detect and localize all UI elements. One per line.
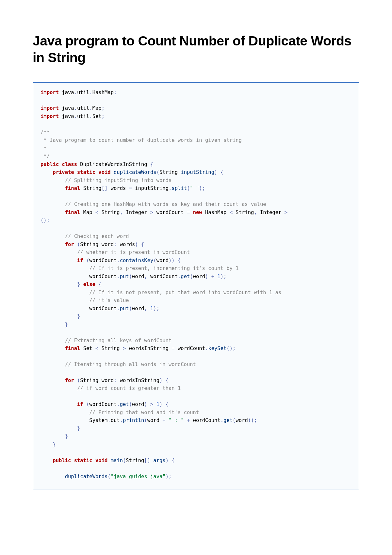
- code-token: word: [193, 274, 205, 279]
- code-token: wordCount: [190, 417, 220, 423]
- code-token: static: [74, 169, 95, 175]
- code-token: final: [41, 185, 80, 191]
- code-token: Integer: [123, 210, 150, 215]
- code-token: wordCount: [89, 258, 117, 263]
- code-token: (: [74, 378, 80, 383]
- code-token: ,: [120, 210, 123, 215]
- code-comment: * Java program to count number of duplic…: [41, 137, 242, 143]
- code-token: DuplicateWordsInString: [77, 161, 150, 167]
- code-token: words: [117, 242, 135, 247]
- code-token: }: [41, 322, 68, 328]
- code-token: (: [190, 274, 193, 279]
- code-comment: // Printing that word and it's count: [41, 410, 199, 415]
- code-comment: *: [41, 145, 47, 151]
- code-token: util: [77, 90, 89, 95]
- code-token: ;: [102, 113, 105, 119]
- code-token: wordCount: [41, 306, 117, 311]
- code-token: (: [129, 274, 132, 279]
- code-token: }: [41, 281, 83, 287]
- code-token: word: [132, 401, 144, 407]
- code-token: [147, 306, 150, 311]
- code-comment: // if word count is greater than 1: [41, 385, 181, 391]
- code-comment: // Splitting inputString into words: [41, 177, 172, 183]
- code-token: HashMap: [92, 90, 114, 95]
- code-token: {: [95, 281, 102, 287]
- code-token: wordCount: [89, 401, 117, 407]
- code-token: >: [285, 210, 287, 215]
- code-token: .: [89, 90, 92, 95]
- code-comment: // whether it is present in wordCount: [41, 249, 190, 255]
- code-token: util: [77, 113, 89, 119]
- code-token: String: [126, 458, 144, 463]
- code-token: String word: [80, 242, 114, 247]
- code-token: Map: [80, 210, 95, 215]
- code-comment: // Extracting all keys of wordCount: [41, 338, 172, 344]
- code-token: [166, 417, 169, 423]
- code-token: wordsInString: [117, 378, 159, 383]
- code-token: (: [233, 417, 236, 423]
- code-token: .: [107, 417, 110, 423]
- code-token: Set: [92, 113, 102, 119]
- code-token: get: [181, 274, 190, 279]
- code-token: wordCount: [153, 210, 187, 215]
- code-token: ));: [248, 417, 257, 423]
- code-token: }: [41, 313, 80, 319]
- code-comment: // If it is not present, put that word i…: [41, 290, 281, 295]
- code-token: keySet: [208, 345, 226, 351]
- code-token: .: [89, 105, 92, 111]
- code-token: {: [150, 161, 153, 167]
- code-token: " : ": [169, 417, 184, 423]
- code-token: >: [150, 401, 153, 407]
- code-token: .: [169, 185, 172, 191]
- code-token: java: [59, 113, 74, 119]
- code-token: ) {: [166, 458, 175, 463]
- code-token: Set: [80, 345, 95, 351]
- code-token: import: [41, 105, 59, 111]
- code-token: }: [41, 426, 80, 431]
- code-comment: // Checking each word: [41, 233, 129, 239]
- code-token: args: [150, 458, 166, 463]
- code-token: String: [98, 210, 120, 215]
- code-token: (: [83, 258, 90, 263]
- code-token: ) {: [159, 401, 169, 407]
- code-token: ) {: [214, 169, 223, 175]
- code-token: []: [102, 185, 108, 191]
- code-token: 1: [156, 401, 159, 407]
- code-token: ;: [114, 90, 117, 95]
- code-token: );: [166, 474, 172, 479]
- code-token: else: [83, 281, 95, 287]
- code-token: <: [95, 345, 98, 351]
- code-token: String: [233, 210, 254, 215]
- code-token: .: [74, 113, 77, 119]
- code-token: 1: [217, 274, 220, 279]
- code-token: main: [107, 458, 123, 463]
- code-token: =: [129, 185, 132, 191]
- code-token: wordCount: [41, 274, 117, 279]
- code-token: ): [144, 401, 150, 407]
- code-token: :: [114, 378, 117, 383]
- code-token: word: [236, 417, 248, 423]
- code-token: split: [172, 185, 187, 191]
- code-token: .: [74, 105, 77, 111]
- code-token: 1: [150, 306, 153, 311]
- code-token: (: [74, 242, 80, 247]
- code-token: );: [199, 185, 205, 191]
- code-token: []: [144, 458, 150, 463]
- code-token: (: [83, 401, 90, 407]
- code-token: .: [117, 274, 120, 279]
- code-token: )) {: [169, 258, 181, 263]
- code-token: if: [41, 258, 83, 263]
- code-token: "java guides java": [111, 474, 166, 479]
- code-token: java: [59, 105, 74, 111]
- code-token: .: [89, 113, 92, 119]
- code-token: final: [41, 210, 80, 215]
- code-token: String word: [80, 378, 114, 383]
- code-token: void: [95, 169, 111, 175]
- code-token: ();: [226, 345, 236, 351]
- code-token: String: [159, 169, 181, 175]
- code-comment: */: [41, 153, 50, 159]
- code-token: +: [211, 274, 214, 279]
- code-token: ): [205, 274, 211, 279]
- code-token: >: [123, 345, 126, 351]
- code-token: (: [153, 258, 156, 263]
